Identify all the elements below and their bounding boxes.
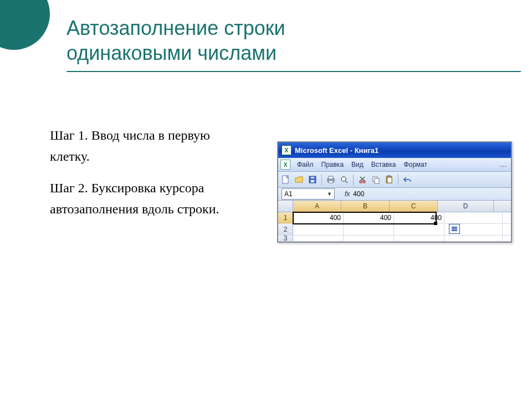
row-header-2[interactable]: 2 bbox=[278, 224, 293, 235]
cell-B3[interactable] bbox=[344, 236, 394, 241]
svg-point-12 bbox=[360, 181, 362, 183]
col-header-B[interactable]: B bbox=[341, 201, 390, 212]
menu-edit[interactable]: Правка bbox=[318, 160, 347, 170]
menu-format[interactable]: Формат bbox=[400, 160, 431, 170]
cell-C2[interactable] bbox=[394, 224, 444, 235]
print-icon[interactable] bbox=[325, 174, 336, 185]
save-icon[interactable] bbox=[307, 174, 318, 185]
excel-title-text: Microsoft Excel - Книга1 bbox=[295, 146, 378, 155]
svg-rect-18 bbox=[388, 175, 390, 177]
cut-icon[interactable] bbox=[357, 174, 368, 185]
row-header-1[interactable]: 1 bbox=[278, 212, 293, 223]
copy-icon[interactable] bbox=[370, 174, 381, 185]
cell-C3[interactable] bbox=[394, 236, 444, 241]
cell-A2[interactable] bbox=[293, 224, 344, 235]
cell-A1[interactable]: 400 bbox=[293, 212, 344, 223]
excel-menubar: X Файл Правка Вид Вставка Формат … bbox=[278, 158, 511, 172]
slide-title: Автозаполнение строки одинаковыми числам… bbox=[66, 16, 510, 65]
paste-icon[interactable] bbox=[383, 174, 395, 185]
formula-bar-value[interactable]: 400 bbox=[353, 190, 364, 198]
open-file-icon[interactable] bbox=[294, 174, 305, 185]
print-preview-icon[interactable] bbox=[339, 174, 350, 185]
name-box-value: A1 bbox=[284, 190, 293, 198]
col-header-A[interactable]: A bbox=[293, 201, 341, 212]
new-file-icon[interactable] bbox=[280, 174, 291, 185]
step-2: Шаг 2. Буксировка курсора автозаполнения… bbox=[50, 177, 227, 220]
excel-window: X Microsoft Excel - Книга1 X Файл Правка… bbox=[277, 141, 512, 243]
fx-icon[interactable]: fx bbox=[345, 190, 350, 198]
svg-point-13 bbox=[363, 181, 365, 183]
column-headers: A B C D bbox=[278, 201, 511, 212]
title-underline bbox=[66, 71, 521, 72]
menu-file[interactable]: Файл bbox=[294, 160, 317, 170]
excel-toolbar bbox=[278, 172, 511, 188]
excel-grid[interactable]: A B C D 1 400 400 400 2 3 bbox=[278, 201, 511, 242]
autofill-options-button[interactable] bbox=[449, 224, 460, 234]
excel-titlebar: X Microsoft Excel - Книга1 bbox=[278, 142, 511, 158]
svg-rect-5 bbox=[329, 176, 333, 179]
title-block: Автозаполнение строки одинаковыми числам… bbox=[66, 16, 510, 72]
row-1: 1 400 400 400 bbox=[278, 212, 511, 224]
undo-icon[interactable] bbox=[402, 174, 413, 185]
excel-app-icon: X bbox=[282, 145, 291, 155]
toolbar-separator bbox=[353, 174, 354, 185]
toolbar-separator bbox=[321, 174, 322, 185]
decorative-circle bbox=[0, 0, 50, 50]
menu-view[interactable]: Вид bbox=[348, 160, 367, 170]
steps-text: Шаг 1. Ввод числа в первую клетку. Шаг 2… bbox=[50, 125, 227, 230]
row-3: 3 bbox=[278, 236, 511, 242]
toolbar-separator bbox=[398, 174, 398, 185]
svg-rect-15 bbox=[375, 178, 379, 183]
cell-B1[interactable]: 400 bbox=[344, 212, 394, 223]
row-header-3[interactable]: 3 bbox=[278, 236, 293, 241]
select-all-corner[interactable] bbox=[278, 201, 293, 212]
col-header-C[interactable]: C bbox=[390, 201, 438, 212]
name-box[interactable]: A1 ▼ bbox=[282, 188, 335, 200]
cell-D3[interactable] bbox=[444, 236, 503, 241]
col-header-D[interactable]: D bbox=[438, 201, 494, 212]
menu-more[interactable]: … bbox=[500, 161, 509, 168]
slide: Автозаполнение строки одинаковыми числам… bbox=[0, 0, 532, 399]
svg-rect-9 bbox=[342, 177, 345, 181]
svg-rect-6 bbox=[329, 181, 333, 183]
menu-insert[interactable]: Вставка bbox=[368, 160, 400, 170]
svg-rect-17 bbox=[387, 177, 392, 183]
cell-A3[interactable] bbox=[293, 236, 344, 241]
excel-formula-bar: A1 ▼ fx 400 bbox=[278, 188, 511, 201]
svg-rect-2 bbox=[311, 180, 314, 182]
row-2: 2 bbox=[278, 224, 511, 236]
cell-B2[interactable] bbox=[344, 224, 394, 235]
name-box-dropdown-icon[interactable]: ▼ bbox=[327, 191, 332, 197]
cell-D1[interactable] bbox=[444, 212, 503, 223]
svg-rect-3 bbox=[311, 177, 314, 178]
excel-workbook-icon[interactable]: X bbox=[280, 160, 290, 170]
cell-C1[interactable]: 400 bbox=[394, 212, 444, 223]
svg-line-8 bbox=[345, 181, 347, 183]
step-1: Шаг 1. Ввод числа в первую клетку. bbox=[50, 125, 227, 167]
